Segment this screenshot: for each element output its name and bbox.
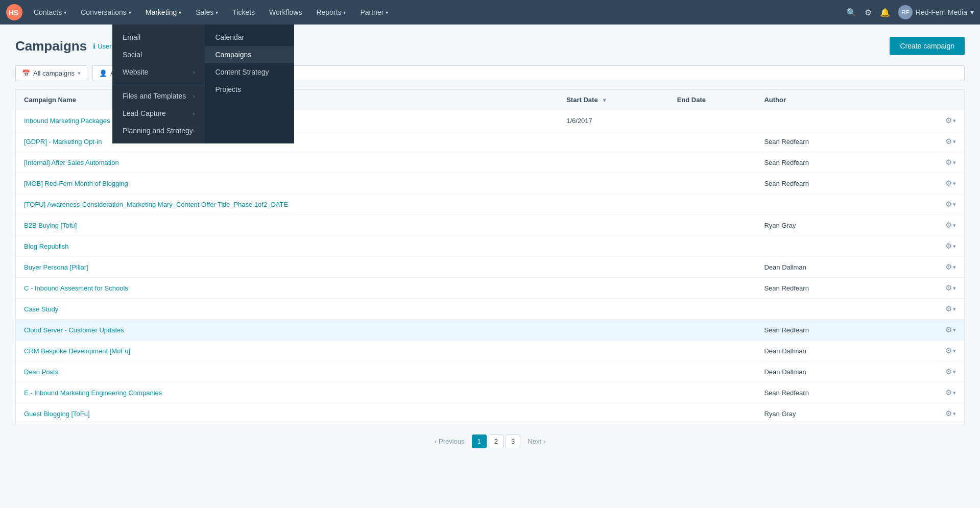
campaign-link[interactable]: CRM Bespoke Development [MoFu]	[24, 347, 130, 355]
chevron-down-icon[interactable]: ▾	[953, 138, 956, 145]
nav-marketing[interactable]: Marketing ▾	[138, 0, 188, 25]
create-campaign-button[interactable]: Create campaign	[890, 37, 965, 55]
nav-sales[interactable]: Sales ▾	[188, 0, 225, 25]
gear-icon[interactable]: ⚙	[945, 409, 952, 418]
campaign-link[interactable]: Inbound Marketing Packages	[24, 117, 110, 125]
row-actions: ⚙ ▾	[942, 262, 957, 272]
chevron-down-icon[interactable]: ▾	[953, 159, 956, 166]
gear-icon[interactable]: ⚙	[945, 283, 952, 293]
page-2-button[interactable]: 2	[489, 434, 504, 448]
cell-actions: ⚙ ▾	[934, 173, 965, 194]
campaign-link[interactable]: [Internal] After Sales Automation	[24, 159, 119, 166]
dropdown-item-calendar[interactable]: Calendar	[205, 29, 294, 46]
cell-actions: ⚙ ▾	[934, 215, 965, 236]
campaign-link[interactable]: [GDPR] - Marketing Opt-in	[24, 138, 102, 146]
nav-workflows[interactable]: Workflows	[262, 0, 309, 25]
campaign-link[interactable]: C - Inbound Assesment for Schools	[24, 284, 128, 292]
chevron-down-icon[interactable]: ▾	[953, 180, 956, 187]
chevron-down-icon[interactable]: ▾	[953, 117, 956, 124]
cell-end-date	[669, 361, 756, 382]
cell-actions: ⚙ ▾	[934, 152, 965, 173]
campaign-link[interactable]: Guest Blogging [ToFu]	[24, 410, 90, 418]
chevron-down-icon: ▾	[386, 10, 388, 15]
chevron-down-icon: ▾	[216, 10, 218, 15]
nav-reports[interactable]: Reports ▾	[309, 0, 353, 25]
campaign-link[interactable]: E - Inbound Marketing Engineering Compan…	[24, 389, 162, 397]
table-row: Buyer Persona [Pillar] Dean Dallman ⚙ ▾	[16, 257, 965, 278]
chevron-down-icon[interactable]: ▾	[953, 327, 956, 333]
gear-icon[interactable]: ⚙	[945, 116, 952, 125]
chevron-down-icon[interactable]: ▾	[953, 264, 956, 271]
gear-icon[interactable]: ⚙	[945, 346, 952, 355]
gear-icon[interactable]: ⚙	[945, 200, 952, 209]
hubspot-logo[interactable]: HS	[6, 4, 22, 20]
settings-icon[interactable]: ⚙	[865, 8, 872, 17]
dropdown-item-email[interactable]: Email	[112, 29, 205, 46]
all-campaigns-filter[interactable]: 📅 All campaigns ▾	[15, 65, 87, 81]
dropdown-item-campaigns[interactable]: Campaigns	[205, 46, 294, 63]
chevron-down-icon[interactable]: ▾	[953, 285, 956, 292]
gear-icon[interactable]: ⚙	[945, 158, 952, 167]
chevron-down-icon[interactable]: ▾	[953, 306, 956, 312]
next-page-button[interactable]: Next ›	[522, 435, 551, 448]
campaign-link[interactable]: Blog Republish	[24, 243, 68, 250]
marketing-dropdown: Email Social Website › Files and Templat…	[112, 25, 294, 143]
gear-icon[interactable]: ⚙	[945, 241, 952, 251]
dropdown-item-social[interactable]: Social	[112, 46, 205, 63]
cell-author: Ryan Gray	[756, 403, 934, 424]
gear-icon[interactable]: ⚙	[945, 262, 952, 272]
campaign-link[interactable]: Buyer Persona [Pillar]	[24, 263, 88, 271]
col-start-date[interactable]: Start Date ▼	[558, 90, 668, 110]
dropdown-item-lead-capture[interactable]: Lead Capture ›	[112, 105, 205, 122]
campaign-link[interactable]: B2B Buying [Tofu]	[24, 222, 77, 229]
cell-end-date	[669, 173, 756, 194]
campaign-link[interactable]: Dean Posts	[24, 368, 58, 376]
dropdown-item-projects[interactable]: Projects	[205, 81, 294, 98]
prev-page-button[interactable]: ‹ Previous	[429, 435, 470, 448]
notifications-icon[interactable]: 🔔	[880, 8, 890, 17]
table-row: Guest Blogging [ToFu] Ryan Gray ⚙ ▾	[16, 403, 965, 424]
page-1-button[interactable]: 1	[472, 434, 487, 448]
chevron-down-icon[interactable]: ▾	[953, 222, 956, 229]
search-campaigns-input[interactable]	[188, 69, 958, 77]
user-menu[interactable]: RF Red-Fern Media ▾	[898, 5, 974, 19]
dropdown-item-planning-strategy[interactable]: Planning and Strategy ›	[112, 122, 205, 139]
gear-icon[interactable]: ⚙	[945, 179, 952, 188]
cell-end-date	[669, 299, 756, 320]
cell-start-date	[558, 152, 668, 173]
cell-campaign-name: Cloud Server - Customer Updates	[16, 320, 559, 341]
dropdown-item-website[interactable]: Website ›	[112, 63, 205, 81]
cell-end-date	[669, 152, 756, 173]
cell-author: Dean Dallman	[756, 361, 934, 382]
page-3-button[interactable]: 3	[506, 434, 520, 448]
person-icon: 👤	[99, 69, 107, 77]
campaign-link[interactable]: Cloud Server - Customer Updates	[24, 326, 124, 334]
chevron-right-icon: ›	[193, 128, 195, 134]
gear-icon[interactable]: ⚙	[945, 137, 952, 146]
campaign-link[interactable]: Case Study	[24, 305, 58, 313]
gear-icon[interactable]: ⚙	[945, 388, 952, 397]
table-row: B2B Buying [Tofu] Ryan Gray ⚙ ▾	[16, 215, 965, 236]
dropdown-item-files-templates[interactable]: Files and Templates ›	[112, 87, 205, 105]
chevron-down-icon[interactable]: ▾	[953, 201, 956, 208]
nav-tickets[interactable]: Tickets	[225, 0, 262, 25]
gear-icon[interactable]: ⚙	[945, 221, 952, 230]
gear-icon[interactable]: ⚙	[945, 325, 952, 334]
chevron-down-icon[interactable]: ▾	[953, 390, 956, 396]
chevron-down-icon[interactable]: ▾	[953, 369, 956, 375]
nav-contacts[interactable]: Contacts ▾	[27, 0, 74, 25]
row-actions: ⚙ ▾	[942, 283, 957, 293]
chevron-down-icon[interactable]: ▾	[953, 243, 956, 250]
chevron-down-icon[interactable]: ▾	[953, 348, 956, 354]
gear-icon[interactable]: ⚙	[945, 367, 952, 376]
nav-conversations[interactable]: Conversations ▾	[74, 0, 138, 25]
nav-partner[interactable]: Partner ▾	[353, 0, 395, 25]
campaign-link[interactable]: [MOB] Red-Fern Month of Blogging	[24, 180, 128, 187]
search-icon[interactable]: 🔍	[846, 8, 856, 17]
chevron-down-icon[interactable]: ▾	[953, 410, 956, 417]
gear-icon[interactable]: ⚙	[945, 304, 952, 313]
campaign-link[interactable]: [TOFU] Awareness-Consideration_Marketing…	[24, 201, 288, 208]
cell-campaign-name: [MOB] Red-Fern Month of Blogging	[16, 173, 559, 194]
pagination: ‹ Previous 1 2 3 Next ›	[15, 424, 965, 458]
dropdown-item-content-strategy[interactable]: Content Strategy	[205, 63, 294, 81]
